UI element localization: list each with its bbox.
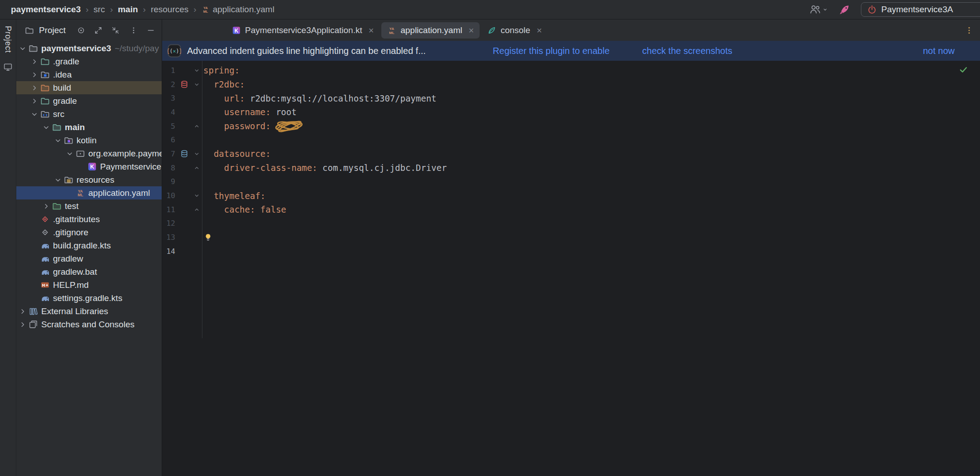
tree-item-resources[interactable]: resources	[16, 173, 162, 186]
tree-item-gradle[interactable]: .gradle	[16, 55, 162, 68]
tree-chevron-right-icon[interactable]	[17, 321, 28, 328]
tree-chevron-down-icon[interactable]	[53, 176, 63, 184]
fold-marker-icon[interactable]	[191, 123, 202, 130]
dismiss-banner-link[interactable]: not now	[923, 46, 955, 56]
tree-item-test[interactable]: test	[16, 199, 162, 213]
code-editor[interactable]: 1spring:2 r2dbc:3 url: r2dbc:mysql://loc…	[162, 61, 980, 476]
locate-file-icon[interactable]	[77, 26, 85, 34]
db-red-gutter-icon[interactable]	[178, 80, 191, 89]
people-icon	[810, 4, 821, 15]
inspections-ok-check-icon[interactable]	[959, 65, 968, 74]
fold-marker-icon[interactable]	[191, 165, 202, 171]
code-line-3[interactable]: 3 url: r2dbc:mysql://localhost:3307/paym…	[162, 91, 980, 105]
line-number: 13	[162, 233, 178, 242]
tree-chevron-down-icon[interactable]	[64, 150, 75, 157]
hide-panel-icon[interactable]	[147, 26, 155, 34]
code-with-me-button[interactable]	[810, 4, 828, 15]
tree-item-src[interactable]: src	[16, 107, 162, 121]
tree-item-label: build.gradle.kts	[53, 241, 111, 251]
tree-item-label: settings.gradle.kts	[53, 293, 122, 303]
code-line-5[interactable]: 5 password:	[162, 119, 980, 133]
close-tab-icon[interactable]: ×	[469, 26, 474, 35]
code-line-14[interactable]: 14	[162, 244, 980, 258]
gradle-file-icon	[40, 267, 50, 277]
code-token: com.mysql.cj.jdbc.Driver	[317, 163, 447, 173]
db-blue-gutter-icon[interactable]	[178, 149, 191, 158]
code-line-6[interactable]: 6	[162, 133, 980, 147]
gradle-file-icon	[40, 254, 50, 263]
tree-chevron-right-icon[interactable]	[29, 97, 40, 105]
fold-marker-icon[interactable]	[191, 206, 202, 213]
tree-chevron-down-icon[interactable]	[41, 124, 52, 131]
fold-marker-icon[interactable]	[191, 81, 202, 88]
code-line-11[interactable]: 11 cache: false	[162, 203, 980, 217]
breadcrumb-item-resources[interactable]: resources	[151, 5, 188, 15]
tree-item-help-md[interactable]: HELP.md	[16, 278, 162, 291]
more-options-icon[interactable]	[130, 26, 138, 34]
tree-item-kotlin[interactable]: kotlin	[16, 134, 162, 147]
main-toolbar: paymentservice3›src›main›resources›YAMLa…	[0, 0, 980, 19]
tree-item-org-example-payme[interactable]: org.example.payme	[16, 147, 162, 160]
tree-item-application-yaml[interactable]: YAMLapplication.yaml	[16, 186, 162, 199]
code-line-10[interactable]: 10 thymeleaf:	[162, 189, 980, 203]
breadcrumb-item-main[interactable]: main	[118, 5, 138, 15]
tree-item-paymentservice[interactable]: KPaymentservice	[16, 160, 162, 173]
folder-resources-icon	[63, 175, 73, 185]
tree-chevron-right-icon[interactable]	[29, 58, 40, 65]
tree-item-paymentservice3[interactable]: paymentservice3~/study/pay	[16, 42, 162, 55]
expand-all-icon[interactable]	[94, 26, 102, 34]
banner-message: Advanced indent guides line highlighting…	[187, 46, 426, 56]
tree-item-main[interactable]: main	[16, 121, 162, 134]
tree-item-build[interactable]: build	[16, 81, 162, 94]
profiler-button[interactable]	[839, 4, 850, 15]
close-tab-icon[interactable]: ×	[369, 26, 374, 35]
tab-application-yaml[interactable]: YAMLapplication.yaml×	[381, 22, 480, 39]
breadcrumb-item-paymentservice3[interactable]: paymentservice3	[11, 5, 81, 15]
breadcrumb-item-application-yaml[interactable]: YAMLapplication.yaml	[202, 5, 274, 15]
collapse-all-icon[interactable]	[111, 26, 120, 34]
tree-item-gradle[interactable]: gradle	[16, 94, 162, 107]
fold-marker-icon[interactable]	[191, 67, 202, 74]
code-line-9[interactable]: 9	[162, 175, 980, 189]
code-line-1[interactable]: 1spring:	[162, 63, 980, 78]
tree-item-build-gradle-kts[interactable]: build.gradle.kts	[16, 239, 162, 252]
tree-chevron-right-icon[interactable]	[29, 84, 40, 92]
code-line-2[interactable]: 2 r2dbc:	[162, 78, 980, 92]
tree-item-gradlew[interactable]: gradlew	[16, 252, 162, 265]
check-screenshots-link[interactable]: check the screenshots	[642, 46, 732, 56]
tree-chevron-down-icon[interactable]	[29, 111, 40, 118]
fold-marker-icon[interactable]	[191, 192, 202, 199]
tree-item-idea[interactable]: .idea	[16, 68, 162, 81]
tree-item-gitignore[interactable]: .gitignore	[16, 226, 162, 239]
svg-text:{(×)}: {(×)}	[168, 48, 181, 54]
monitor-icon[interactable]	[3, 62, 13, 72]
tab-label: console	[500, 25, 530, 35]
tab-paymentservice3application-kt[interactable]: KPaymentservice3Application.kt×	[226, 22, 380, 39]
code-line-7[interactable]: 7 datasource:	[162, 147, 980, 161]
register-plugin-link[interactable]: Register this plugin to enable	[493, 46, 610, 56]
tree-chevron-right-icon[interactable]	[29, 71, 40, 78]
tree-chevron-down-icon[interactable]	[17, 45, 28, 52]
libraries-icon	[28, 306, 38, 316]
code-line-4[interactable]: 4 username: root	[162, 105, 980, 119]
code-line-13[interactable]: 13	[162, 230, 980, 244]
run-widget[interactable]: Paymentservice3A	[861, 2, 980, 17]
tree-item-gradlew-bat[interactable]: gradlew.bat	[16, 265, 162, 278]
tree-item-settings-gradle-kts[interactable]: settings.gradle.kts	[16, 291, 162, 305]
tree-item-gitattributes[interactable]: .gitattributes	[16, 213, 162, 226]
tab-options-kebab-icon[interactable]	[965, 26, 974, 35]
tree-chevron-right-icon[interactable]	[17, 308, 28, 315]
close-tab-icon[interactable]: ×	[537, 26, 542, 35]
tree-chevron-down-icon[interactable]	[53, 137, 63, 144]
tree-chevron-right-icon[interactable]	[41, 203, 52, 210]
tree-item-external-libraries[interactable]: External Libraries	[16, 305, 162, 318]
fold-marker-icon[interactable]	[191, 151, 202, 157]
breadcrumb-item-src[interactable]: src	[94, 5, 105, 15]
code-line-8[interactable]: 8 driver-class-name: com.mysql.cj.jdbc.D…	[162, 161, 980, 175]
project-stripe-button[interactable]: Project	[3, 26, 13, 53]
tab-console[interactable]: console×	[481, 22, 548, 39]
tree-item-label: src	[53, 109, 64, 119]
code-line-12[interactable]: 12	[162, 217, 980, 231]
tree-item-scratches-and-consoles[interactable]: Scratches and Consoles	[16, 318, 162, 331]
intention-bulb-icon[interactable]	[203, 233, 213, 242]
